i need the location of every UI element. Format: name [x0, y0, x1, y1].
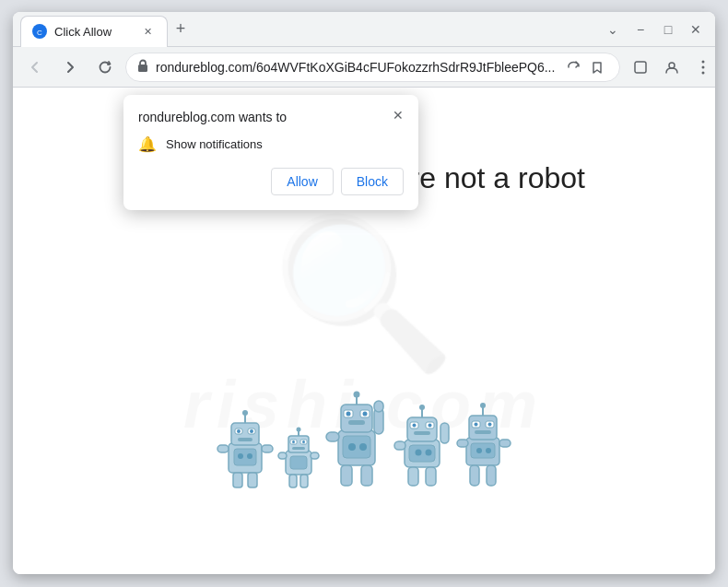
address-right-icons: [562, 56, 608, 78]
chevron-down-icon[interactable]: ⌄: [601, 18, 625, 41]
svg-point-27: [297, 428, 301, 432]
svg-point-18: [238, 453, 243, 459]
tab-favicon: C: [32, 24, 47, 39]
allow-button[interactable]: Allow: [271, 168, 333, 195]
svg-rect-39: [341, 405, 372, 432]
svg-rect-34: [289, 475, 297, 487]
watermark-search-icon: 🔍: [272, 219, 456, 367]
robot-1: [217, 408, 273, 491]
svg-point-78: [488, 423, 492, 427]
svg-rect-67: [408, 467, 418, 486]
address-text: rondureblog.com/6o4WVFtKoXGiB4cFUFokozzr…: [156, 60, 555, 75]
address-bar[interactable]: rondureblog.com/6o4WVFtKoXGiB4cFUFokozzr…: [125, 53, 620, 82]
title-bar: C Click Allow ✕ + ⌄ − □ ✕: [13, 12, 715, 47]
svg-point-81: [476, 448, 482, 453]
svg-rect-46: [348, 420, 365, 425]
svg-point-30: [292, 440, 295, 443]
svg-rect-56: [407, 417, 437, 441]
svg-point-65: [416, 450, 422, 456]
svg-rect-52: [326, 432, 339, 441]
svg-rect-63: [414, 431, 430, 435]
share-icon[interactable]: [562, 56, 584, 78]
svg-point-6: [702, 65, 705, 68]
svg-point-77: [475, 423, 478, 427]
svg-rect-37: [311, 452, 319, 459]
back-button[interactable]: [20, 53, 50, 82]
svg-point-62: [429, 424, 432, 428]
svg-point-44: [346, 412, 351, 417]
title-bar-right: ⌄ − □ ✕: [601, 18, 708, 41]
restore-button[interactable]: □: [656, 18, 680, 41]
svg-rect-22: [217, 445, 229, 452]
svg-rect-3: [635, 62, 646, 73]
svg-rect-85: [457, 440, 468, 447]
svg-rect-35: [300, 475, 308, 487]
popup-buttons: Allow Block: [138, 168, 404, 195]
robot-5: [457, 399, 511, 491]
svg-rect-36: [278, 452, 287, 459]
svg-rect-83: [470, 465, 479, 486]
nav-bar: rondureblog.com/6o4WVFtKoXGiB4cFUFokozzr…: [13, 47, 715, 88]
svg-rect-20: [233, 473, 242, 487]
svg-rect-33: [290, 456, 307, 469]
svg-rect-17: [234, 449, 256, 465]
popup-notification-row: 🔔 Show notifications: [138, 135, 404, 153]
svg-rect-16: [238, 438, 252, 441]
svg-point-41: [354, 392, 360, 398]
svg-point-74: [480, 403, 486, 408]
bookmark-icon[interactable]: [586, 56, 608, 78]
svg-point-58: [419, 405, 425, 410]
svg-point-11: [242, 410, 248, 416]
svg-point-15: [250, 429, 253, 433]
menu-icon[interactable]: [688, 53, 715, 82]
toolbar-icons: [626, 53, 715, 82]
robot-4: [394, 403, 452, 491]
svg-point-45: [363, 412, 368, 417]
svg-rect-79: [475, 430, 491, 434]
minimize-button[interactable]: −: [628, 18, 652, 41]
svg-point-48: [348, 443, 356, 451]
svg-rect-54: [374, 401, 383, 412]
svg-point-14: [237, 429, 241, 433]
svg-point-66: [426, 450, 432, 456]
new-tab-button[interactable]: +: [168, 17, 194, 42]
close-button[interactable]: ✕: [684, 18, 708, 41]
svg-rect-69: [394, 441, 405, 450]
tab-close-button[interactable]: ✕: [139, 23, 156, 40]
svg-point-7: [702, 71, 705, 74]
svg-point-4: [669, 63, 675, 68]
popup-title: rondureblog.com wants to: [138, 110, 404, 124]
permission-popup: rondureblog.com wants to ✕ 🔔 Show notifi…: [123, 95, 418, 210]
block-button[interactable]: Block: [341, 168, 404, 195]
svg-point-82: [486, 448, 491, 453]
svg-rect-23: [262, 445, 273, 452]
reload-button[interactable]: [90, 53, 120, 82]
active-tab[interactable]: C Click Allow ✕: [20, 16, 168, 47]
forward-button[interactable]: [55, 53, 85, 82]
svg-rect-2: [138, 65, 147, 72]
svg-rect-51: [361, 465, 372, 486]
svg-rect-68: [426, 467, 436, 486]
svg-point-31: [302, 440, 305, 443]
svg-rect-32: [292, 447, 305, 450]
bell-icon: 🔔: [138, 135, 157, 153]
svg-text:C: C: [37, 29, 42, 37]
popup-notification-label: Show notifications: [166, 137, 263, 151]
lock-icon: [137, 59, 148, 75]
svg-rect-84: [487, 465, 496, 486]
popup-close-button[interactable]: ✕: [387, 104, 409, 126]
svg-rect-70: [440, 423, 449, 443]
robots-illustration: [217, 390, 511, 491]
svg-point-19: [247, 453, 252, 459]
robot-2: [278, 427, 319, 491]
tab-title: Click Allow: [54, 25, 112, 39]
robot-3: [324, 390, 389, 491]
profile-icon[interactable]: [657, 53, 687, 82]
extension-icon[interactable]: [626, 53, 655, 82]
svg-point-61: [413, 424, 417, 428]
tab-bar: C Click Allow ✕ +: [20, 12, 194, 47]
svg-point-5: [702, 60, 705, 63]
page-content: 🔍 rishi.com Click "Allow" if you are not…: [13, 88, 715, 574]
browser-window: C Click Allow ✕ + ⌄ − □ ✕: [13, 12, 715, 574]
svg-rect-86: [499, 440, 511, 447]
